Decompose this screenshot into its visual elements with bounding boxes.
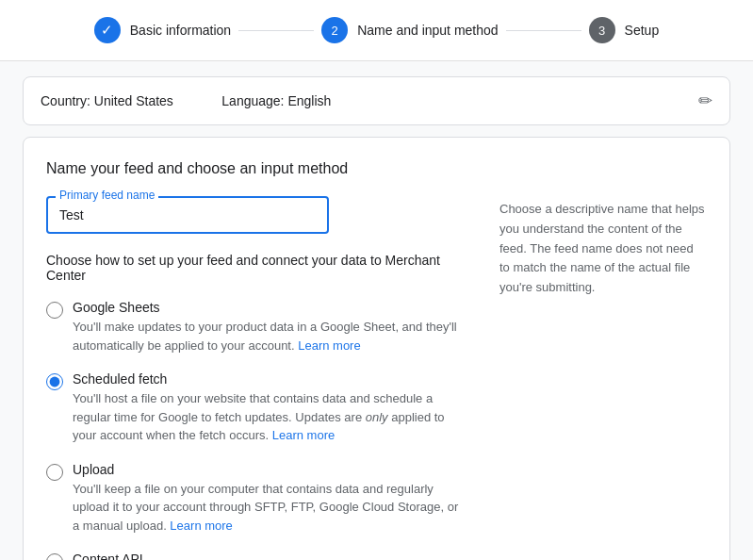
main-card: Name your feed and choose an input metho… — [23, 137, 730, 560]
step-circle-2: 2 — [321, 17, 348, 43]
radio-content-content-api: Content API The Content API for Shopping… — [73, 552, 462, 560]
checkmark-icon: ✓ — [101, 22, 113, 39]
radio-option-content-api: Content API The Content API for Shopping… — [46, 552, 462, 560]
radio-content-api[interactable] — [46, 553, 63, 560]
step-label-3: Setup — [625, 23, 660, 38]
card-left: Primary feed name Choose how to set up y… — [46, 196, 462, 560]
radio-google-sheets[interactable] — [46, 302, 63, 319]
learn-more-google-sheets[interactable]: Learn more — [298, 338, 360, 353]
edit-icon[interactable]: ✏ — [698, 91, 712, 111]
card-title: Name your feed and choose an input metho… — [46, 160, 707, 177]
radio-title-content-api: Content API — [73, 552, 462, 560]
card-body: Primary feed name Choose how to set up y… — [46, 196, 707, 560]
info-bar: Country: United States Language: English… — [23, 76, 730, 125]
radio-title-google-sheets: Google Sheets — [73, 300, 462, 315]
info-bar-content: Country: United States Language: English — [41, 93, 331, 108]
radio-content-scheduled-fetch: Scheduled fetch You'll host a file on yo… — [73, 371, 462, 445]
feed-name-input[interactable] — [46, 196, 329, 234]
step-number-3: 3 — [598, 24, 605, 38]
radio-option-scheduled-fetch: Scheduled fetch You'll host a file on yo… — [46, 371, 462, 445]
radio-title-upload: Upload — [73, 462, 462, 477]
radio-content-upload: Upload You'll keep a file on your comput… — [73, 462, 462, 535]
learn-more-upload[interactable]: Learn more — [170, 519, 232, 533]
step-label-1: Basic information — [130, 23, 231, 38]
step-label-2: Name and input method — [357, 23, 498, 38]
step-connector-1 — [238, 30, 314, 31]
radio-option-upload: Upload You'll keep a file on your comput… — [46, 462, 462, 535]
language-value: English — [287, 93, 331, 108]
step-setup: 3 Setup — [589, 17, 660, 43]
step-number-2: 2 — [332, 24, 338, 38]
radio-title-scheduled-fetch: Scheduled fetch — [73, 371, 462, 387]
country-value: United States — [94, 93, 173, 108]
radio-desc-google-sheets: You'll make updates to your product data… — [73, 318, 462, 354]
country-label: Country: — [41, 93, 90, 108]
step-connector-2 — [506, 30, 581, 31]
language-label: Language: — [221, 93, 284, 108]
radio-desc-upload: You'll keep a file on your computer that… — [73, 480, 462, 535]
step-circle-3: 3 — [589, 17, 615, 43]
radio-desc-scheduled-fetch: You'll host a file on your website that … — [73, 389, 462, 445]
feed-name-label: Primary feed name — [56, 189, 158, 202]
feed-name-field: Primary feed name — [46, 196, 329, 234]
radio-group-label: Choose how to set up your feed and conne… — [46, 253, 462, 283]
step-basic-info: ✓ Basic information — [94, 17, 231, 43]
learn-more-scheduled-fetch[interactable]: Learn more — [272, 428, 335, 442]
stepper: ✓ Basic information 2 Name and input met… — [0, 0, 753, 61]
radio-content-google-sheets: Google Sheets You'll make updates to you… — [73, 300, 462, 354]
radio-scheduled-fetch[interactable] — [46, 373, 63, 390]
step-circle-1: ✓ — [94, 17, 121, 43]
radio-upload[interactable] — [46, 464, 63, 481]
card-help-text: Choose a descriptive name that helps you… — [499, 196, 707, 560]
step-name-input: 2 Name and input method — [321, 17, 498, 43]
separator — [192, 93, 204, 108]
radio-option-google-sheets: Google Sheets You'll make updates to you… — [46, 300, 462, 354]
